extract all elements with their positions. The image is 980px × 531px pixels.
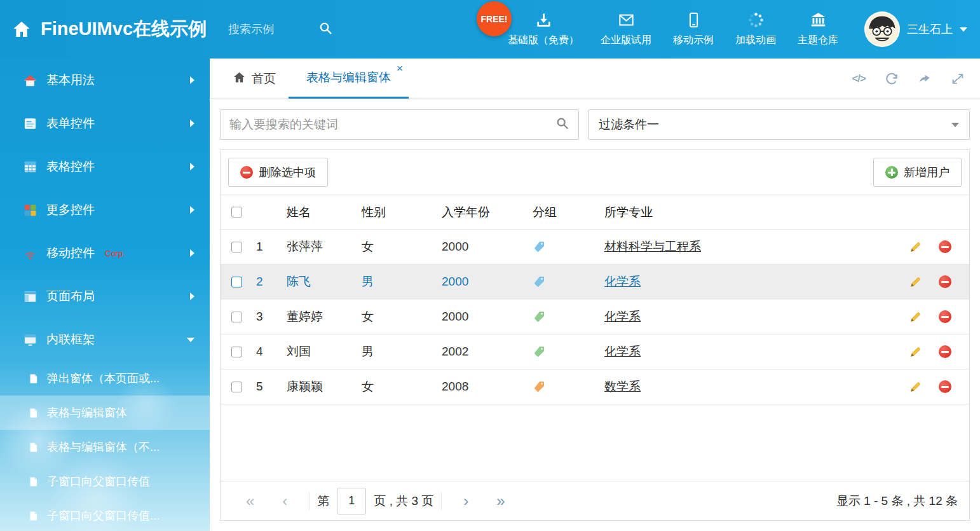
row-checkbox[interactable] bbox=[231, 242, 242, 252]
delete-icon[interactable] bbox=[939, 345, 951, 358]
first-page-button[interactable]: « bbox=[232, 493, 268, 509]
cell-gender: 女 bbox=[358, 238, 438, 255]
table-row[interactable]: 1 张萍萍 女 2000 材料科学与工程系 bbox=[221, 230, 969, 265]
share-icon[interactable] bbox=[918, 72, 932, 86]
delete-icon[interactable] bbox=[939, 240, 951, 253]
col-header-year[interactable]: 入学年份 bbox=[438, 204, 529, 221]
sidebar-item-iframe[interactable]: 内联框架 bbox=[0, 318, 210, 361]
table-row[interactable]: 5 康颖颖 女 2008 数学系 bbox=[221, 369, 969, 404]
sidebar-item-basic-usage[interactable]: 基本用法 bbox=[0, 59, 210, 102]
filter-row: 过滤条件一 bbox=[220, 109, 970, 140]
row-checkbox[interactable] bbox=[231, 277, 242, 287]
cell-gender: 女 bbox=[358, 378, 438, 395]
fullscreen-icon[interactable] bbox=[951, 72, 965, 86]
tab-home[interactable]: 首页 bbox=[220, 59, 289, 99]
chevron-down-icon bbox=[960, 27, 967, 32]
sidebar-item-more-controls[interactable]: 更多控件 bbox=[0, 188, 210, 231]
table-row-selected[interactable]: 2 陈飞 男 2000 化学系 bbox=[221, 265, 969, 300]
major-link[interactable]: 数学系 bbox=[604, 380, 641, 393]
edit-icon[interactable] bbox=[909, 380, 922, 393]
major-link[interactable]: 化学系 bbox=[604, 275, 641, 288]
add-user-button[interactable]: 新增用户 bbox=[873, 158, 962, 187]
brand[interactable]: FineUIMvc在线示例 bbox=[11, 0, 207, 59]
delete-selected-button[interactable]: 删除选中项 bbox=[228, 158, 328, 187]
nav-item-enterprise-trial[interactable]: 企业版试用 bbox=[590, 0, 662, 59]
home-icon bbox=[233, 71, 246, 87]
form-icon bbox=[23, 116, 37, 131]
sidebar-subitem-popup-window[interactable]: 弹出窗体（本页面或... bbox=[0, 361, 210, 396]
delete-icon[interactable] bbox=[939, 380, 951, 393]
major-link[interactable]: 化学系 bbox=[604, 310, 641, 323]
col-header-gender[interactable]: 性别 bbox=[358, 204, 438, 221]
tab-grid-edit-window[interactable]: 表格与编辑窗体 × bbox=[289, 59, 409, 99]
nav-item-basic-edition[interactable]: FREE! 基础版（免费） bbox=[497, 0, 590, 59]
prev-page-button[interactable]: ‹ bbox=[268, 493, 301, 509]
row-number: 2 bbox=[252, 275, 283, 289]
file-icon bbox=[28, 408, 39, 418]
select-all-checkbox[interactable] bbox=[231, 207, 242, 217]
sidebar-subitem-grid-edit-window[interactable]: 表格与编辑窗体 bbox=[0, 396, 210, 430]
row-number: 3 bbox=[252, 310, 283, 324]
edit-icon[interactable] bbox=[909, 310, 922, 323]
header-search-input[interactable] bbox=[228, 23, 311, 36]
table-row[interactable]: 3 董婷婷 女 2000 化学系 bbox=[221, 300, 969, 334]
house-icon bbox=[23, 73, 37, 88]
sidebar-subitem-grid-edit-window-2[interactable]: 表格与编辑窗体（不... bbox=[0, 430, 210, 464]
refresh-icon[interactable] bbox=[885, 72, 899, 86]
cell-year: 2000 bbox=[438, 240, 529, 254]
table-row[interactable]: 4 刘国 男 2002 化学系 bbox=[221, 334, 969, 369]
edit-icon[interactable] bbox=[909, 275, 922, 288]
top-header: FineUIMvc在线示例 FREE! 基础版（免费） 企业版试用 bbox=[0, 0, 980, 59]
sidebar-item-mobile-controls[interactable]: 移动控件 Corp. bbox=[0, 231, 210, 275]
last-page-button[interactable]: » bbox=[482, 493, 519, 509]
delete-icon[interactable] bbox=[939, 275, 951, 288]
nav-item-theme-store[interactable]: 主题仓库 bbox=[787, 0, 849, 59]
tag-icon bbox=[533, 275, 545, 288]
nav-label: 基础版（免费） bbox=[508, 34, 579, 47]
keyword-search-input[interactable] bbox=[229, 118, 549, 132]
source-code-icon[interactable]: </> bbox=[852, 72, 866, 85]
major-link[interactable]: 化学系 bbox=[604, 345, 641, 358]
filter-dropdown[interactable]: 过滤条件一 bbox=[588, 109, 970, 140]
user-menu[interactable]: 三生石上 bbox=[864, 0, 967, 59]
chevron-down-icon bbox=[187, 338, 194, 342]
delete-icon[interactable] bbox=[939, 310, 951, 323]
page-number-input[interactable] bbox=[337, 488, 366, 514]
row-checkbox[interactable] bbox=[231, 312, 242, 322]
sidebar-item-form-controls[interactable]: 表单控件 bbox=[0, 102, 210, 145]
row-checkbox[interactable] bbox=[231, 347, 242, 357]
plus-circle-icon bbox=[885, 166, 898, 179]
col-header-major[interactable]: 所学专业 bbox=[601, 204, 887, 221]
tag-icon bbox=[533, 380, 545, 393]
corp-badge: Corp. bbox=[105, 249, 125, 258]
cell-year: 2002 bbox=[438, 345, 529, 359]
chevron-right-icon bbox=[190, 249, 194, 257]
col-header-group[interactable]: 分组 bbox=[529, 204, 601, 221]
content: 过滤条件一 删除选中项 新增用户 bbox=[210, 99, 980, 531]
edit-icon[interactable] bbox=[909, 345, 922, 358]
keyword-search-box bbox=[220, 109, 579, 140]
chevron-down-icon bbox=[951, 123, 959, 127]
next-page-button[interactable]: › bbox=[449, 493, 482, 509]
edit-icon[interactable] bbox=[909, 240, 922, 253]
sidebar-item-grid-controls[interactable]: 表格控件 bbox=[0, 145, 210, 188]
sidebar-subitem-child-to-parent-2[interactable]: 子窗口向父窗口传值... bbox=[0, 499, 210, 531]
pagination-bar: « ‹ 第 页 , 共 3 页 › » 显示 1 - 5 条 , 共 12 条 bbox=[221, 481, 969, 520]
close-icon[interactable]: × bbox=[397, 63, 403, 74]
search-icon[interactable] bbox=[555, 116, 569, 133]
main-area: 首页 表格与编辑窗体 × </> 过滤条件一 bbox=[210, 59, 980, 531]
cell-gender: 女 bbox=[358, 308, 438, 325]
signal-icon bbox=[23, 246, 37, 261]
nav-item-mobile-demo[interactable]: 移动示例 bbox=[662, 0, 725, 59]
col-header-name[interactable]: 姓名 bbox=[283, 204, 358, 221]
major-link[interactable]: 材料科学与工程系 bbox=[604, 240, 701, 253]
nav-item-loading-animation[interactable]: 加载动画 bbox=[725, 0, 787, 59]
row-checkbox[interactable] bbox=[231, 382, 242, 392]
sidebar-subitem-child-to-parent[interactable]: 子窗口向父窗口传值 bbox=[0, 464, 210, 499]
header-nav: FREE! 基础版（免费） 企业版试用 移动示例 bbox=[497, 0, 849, 59]
cell-name: 张萍萍 bbox=[283, 238, 358, 255]
sidebar-item-page-layout[interactable]: 页面布局 bbox=[0, 275, 210, 318]
blocks-icon bbox=[23, 203, 37, 217]
row-number: 4 bbox=[252, 345, 283, 359]
search-icon[interactable] bbox=[318, 21, 333, 38]
